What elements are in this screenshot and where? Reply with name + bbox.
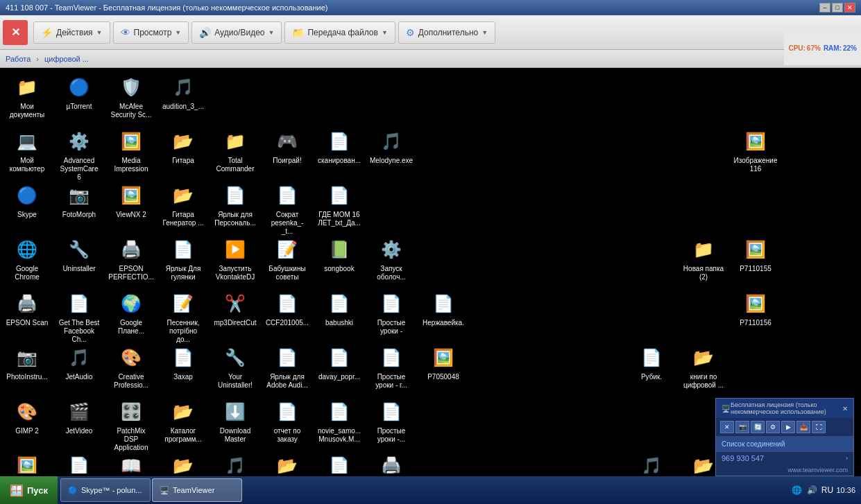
desktop-icon[interactable]: 🖼️ P7110155	[732, 234, 779, 275]
icon-label: отчет по заказу	[266, 427, 309, 444]
cpu-value: 67%	[807, 44, 821, 52]
tv-btn-camera[interactable]: 📷	[735, 421, 749, 433]
desktop-icon[interactable]: 📄 davay_popr...	[316, 342, 363, 383]
tray-icon-volume[interactable]: 🔊	[805, 484, 818, 496]
desktop-icon[interactable]: 📝 Бабушкины советы	[264, 234, 311, 284]
desktop-icon[interactable]: 🖼️ Picasa 3	[3, 450, 51, 473]
desktop-icon[interactable]: 📷 PhotoInstru...	[3, 342, 51, 383]
desktop-icon[interactable]: 🔵 µTorrent	[56, 71, 103, 113]
desktop-icon[interactable]: 📂 Каталог программ...	[160, 396, 207, 446]
desktop-icon[interactable]: ⚙️ Запуск оболоч...	[368, 234, 415, 284]
desktop-icon[interactable]: 🔧 Your Uninstaller!	[212, 342, 259, 392]
audio-video-menu-button[interactable]: 🔊 Аудио/Видео ▼	[191, 21, 282, 44]
desktop-icon[interactable]: 🌐 Google Chrome	[3, 234, 51, 284]
tv-close-icon[interactable]: ✕	[842, 405, 848, 412]
tv-btn-close[interactable]: ✕	[720, 421, 734, 433]
icon-image: 📄	[377, 344, 405, 372]
desktop-icon[interactable]: 📁 Мои документы	[3, 71, 51, 121]
tray-icon-language[interactable]: RU	[821, 484, 833, 496]
extra-menu-button[interactable]: ⚙ Дополнительно ▼	[398, 21, 495, 44]
start-button[interactable]: 🪟 Пуск	[0, 476, 58, 504]
taskbar-teamviewer[interactable]: 🖥️ TeamViewer	[152, 478, 242, 502]
desktop-icon[interactable]: 🎨 Creative Professio...	[108, 342, 155, 392]
maximize-button[interactable]: □	[832, 3, 843, 12]
desktop-icon[interactable]: 💻 Мой компьютер	[3, 125, 51, 175]
desktop-icon[interactable]: 🛡️ McAfee Security Sc...	[108, 71, 155, 121]
desktop-icon[interactable]: 📄 Простые уроки -...	[368, 396, 415, 446]
desktop-icon[interactable]: 🎵 JetAudio	[56, 342, 103, 383]
desktop-icon[interactable]: 📄 Нержавейка.	[420, 288, 467, 329]
tv-btn-settings[interactable]: ⚙	[766, 421, 780, 433]
desktop-icon[interactable]: 🖨️ EPSON Scan	[3, 288, 51, 329]
desktop-icon[interactable]: 📂 прора	[264, 450, 311, 473]
desktop-icon[interactable]: 🖼️ Изображение 116	[732, 125, 779, 175]
desktop-icon[interactable]: 🎮 Поиграй!	[264, 125, 311, 167]
breadcrumb-work[interactable]: Работа	[6, 55, 31, 63]
view-menu-button[interactable]: 👁 Просмотр ▼	[113, 21, 189, 44]
desktop-icon[interactable]: 📄 Get The Best Facebook Ch...	[56, 288, 103, 346]
desktop-icon[interactable]: 📷 FotoMorph	[56, 180, 103, 221]
desktop-icon[interactable]: 📄 Гитара (бак) - VAXO www...	[316, 450, 363, 473]
desktop-icon[interactable]: 📂 Мои Програм...	[160, 450, 207, 473]
icon-image: 📄	[325, 290, 353, 318]
desktop-icon[interactable]: 🖼️ Media Impression	[108, 125, 155, 175]
desktop-icon[interactable]: 📄 Захар	[160, 342, 207, 383]
desktop-icon[interactable]: ▶️ Запустить VkontakteDJ	[212, 234, 259, 284]
desktop-icon[interactable]: 📄 Сократ pesenka_-_t...	[264, 180, 311, 238]
desktop-icon[interactable]: 🖨️ EPSON PERFECTIO...	[108, 234, 155, 284]
desktop-icon[interactable]: 📝 Песенник, потрібно до...	[160, 288, 207, 346]
desktop-icon[interactable]: 🎬 JetVideo	[56, 396, 103, 437]
minimize-button[interactable]: –	[819, 3, 830, 12]
desktop-icon[interactable]: 🖼️ P7050048	[420, 342, 467, 383]
window-controls[interactable]: – □ ✕	[819, 3, 855, 12]
desktop-icon[interactable]: 🔵 Skype	[3, 180, 51, 221]
desktop-icon[interactable]: 🎵 Melodyne.exe	[368, 125, 415, 167]
tv-btn-share[interactable]: 📤	[796, 421, 810, 433]
tv-btn-arrow[interactable]: ▶	[781, 421, 795, 433]
desktop-icon[interactable]: 📄 novie_samo... Mnusovk.M...	[316, 396, 363, 446]
taskbar-skype[interactable]: 🔵 Skype™ - polun...	[60, 478, 151, 502]
tv-btn-expand[interactable]: ⛶	[812, 421, 826, 433]
desktop-icon[interactable]: 📂 Гитара Генератор ...	[160, 180, 207, 229]
desktop-icon[interactable]: 🖼️ P7110156	[732, 288, 779, 329]
desktop-icon[interactable]: 🎛️ PatchMix DSP Application	[108, 396, 155, 454]
tray-icon-network[interactable]: 🌐	[790, 484, 803, 496]
tv-btn-refresh[interactable]: 🔄	[751, 421, 765, 433]
breadcrumb-digital[interactable]: цифровой ...	[44, 55, 89, 63]
desktop-icon[interactable]: 📁 Новая папка (2)	[680, 234, 727, 284]
desktop-icon[interactable]: 📗 songbook	[316, 234, 363, 275]
desktop-icon[interactable]: 📄 Ярлык Для гулянки	[160, 234, 207, 284]
icon-label: Изображение 116	[734, 157, 778, 173]
desktop-icon[interactable]: 📄 отчет по заказу	[264, 396, 311, 446]
actions-menu-button[interactable]: ⚡ Действия ▼	[33, 21, 110, 44]
desktop-icon[interactable]: 📄 Простые уроки - г...	[368, 342, 415, 392]
close-button[interactable]: ✕	[844, 3, 855, 12]
desktop-icon[interactable]: ⚙️ Advanced SystemCare 6	[56, 125, 103, 184]
desktop-icon[interactable]: 🌍 Google Плане...	[108, 288, 155, 338]
desktop-icon[interactable]: 🎨 GIMP 2	[3, 396, 51, 437]
desktop-icon[interactable]: ✂️ mp3DirectCut	[212, 288, 259, 329]
icon-label: CCF201005...	[266, 319, 309, 327]
desktop-icon[interactable]: 📄 Табель	[56, 450, 103, 473]
desktop-icon[interactable]: 🔧 Uninstaller	[56, 234, 103, 275]
desktop-icon[interactable]: 🎵 Adobe Audition	[628, 450, 675, 473]
desktop-icon[interactable]: 📄 ГДЕ МОМ 16 ЛЕТ_txt_Да...	[316, 180, 363, 229]
desktop-icon[interactable]: 🎵 Adobe Audition v3.0.1.8347	[212, 450, 259, 473]
file-transfer-menu-button[interactable]: 📁 Передача файлов ▼	[284, 21, 395, 44]
desktop-icon[interactable]: 📄 Простые уроки -	[368, 288, 415, 338]
desktop-icon[interactable]: 📄 Ярлык для Adobe Audi...	[264, 342, 311, 392]
desktop-icon[interactable]: 📖 NeoDic	[108, 450, 155, 473]
desktop-icon[interactable]: 📄 babushki	[316, 288, 363, 329]
desktop-icon[interactable]: ⬇️ Download Master	[212, 396, 259, 446]
desktop-icon[interactable]: 📄 сканирован...	[316, 125, 363, 167]
desktop-icon[interactable]: 📂 книги по цифровой ...	[680, 342, 727, 392]
desktop-icon[interactable]: 📁 Total Commander	[212, 125, 259, 175]
desktop-icon[interactable]: 📄 Рубик.	[628, 342, 675, 383]
desktop-icon[interactable]: 📄 Ярлык для Персональ...	[212, 180, 259, 229]
desktop-icon[interactable]: 🎵 audition_3_...	[160, 71, 207, 113]
desktop-icon[interactable]: 🖼️ ViewNX 2	[108, 180, 155, 221]
desktop-icon[interactable]: 📄 CCF201005...	[264, 288, 311, 329]
desktop-icon[interactable]: 🖨️ MyEpson Portal	[368, 450, 415, 473]
desktop-icon[interactable]: 📂 Гитара	[160, 125, 207, 167]
disconnect-button[interactable]	[3, 20, 28, 45]
